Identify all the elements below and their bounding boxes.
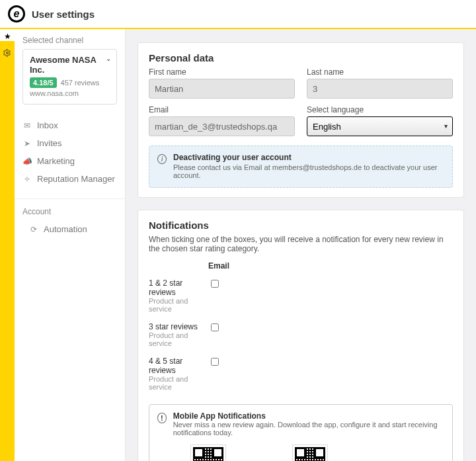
nav-label: Automation [44, 224, 87, 234]
main-content: Personal data First name Last name Email [126, 29, 476, 461]
exclamation-icon: ! [157, 413, 167, 423]
review-count: 457 reviews [61, 79, 100, 87]
nav-label: Reputation Manager [37, 174, 115, 184]
channel-name: Awesome NASA Inc. [30, 55, 110, 75]
mobile-title: Mobile App Notifications [173, 411, 444, 421]
personal-data-heading: Personal data [149, 52, 453, 63]
notif-3-email-checkbox[interactable] [211, 323, 219, 331]
notif-4-5-email-checkbox[interactable] [211, 358, 219, 366]
nav-automation[interactable]: ⟳ Automation [29, 220, 117, 238]
notif-row-title: 1 & 2 star reviews [149, 278, 208, 297]
chevron-down-icon[interactable]: ⌄ [106, 55, 111, 62]
gear-icon[interactable] [3, 49, 11, 57]
mobile-notifications-box: ! Mobile App Notifications Never miss a … [149, 404, 453, 461]
top-bar: e User settings [0, 0, 476, 29]
reputation-icon: ✧ [22, 175, 32, 184]
notif-col-email: Email [149, 261, 453, 271]
deactivate-text: Please contact us via Email at members@t… [173, 163, 444, 179]
deactivate-title: Deactivating your user account [173, 153, 444, 162]
language-label: Select language [307, 105, 453, 114]
notif-row-1-2: 1 & 2 star reviews Product and service [149, 276, 453, 319]
automation-icon: ⟳ [29, 225, 38, 234]
notifications-heading: Notifications [149, 220, 453, 231]
star-icon[interactable]: ★ [0, 29, 15, 41]
personal-data-card: Personal data First name Last name Email [138, 42, 464, 198]
app-store-col: Download on theApp Store [279, 444, 341, 461]
info-icon: i [157, 154, 167, 164]
rating-badge: 4.18/5 [30, 77, 57, 88]
notif-row-title: 3 star reviews [149, 322, 208, 331]
first-name-label: First name [149, 67, 295, 77]
channel-card[interactable]: Awesome NASA Inc. ⌄ 4.18/5 457 reviews w… [22, 49, 117, 105]
invites-icon: ➤ [22, 139, 32, 148]
page-title: User settings [32, 9, 95, 20]
divider [15, 198, 125, 199]
selected-channel-label: Selected channel [22, 36, 117, 45]
account-section-label: Account [22, 207, 117, 216]
google-play-qr [190, 444, 226, 461]
last-name-label: Last name [307, 67, 453, 77]
language-select[interactable]: English [307, 116, 453, 136]
google-play-col: GET IT ONGoogle Play [177, 444, 239, 461]
nav-label: Marketing [37, 156, 75, 166]
svg-point-0 [7, 52, 9, 54]
inbox-icon: ✉ [22, 121, 32, 130]
sidebar: Selected channel Awesome NASA Inc. ⌄ 4.1… [15, 29, 126, 461]
brand-logo: e [8, 5, 25, 22]
first-name-input[interactable] [149, 79, 295, 99]
channel-domain: www.nasa.com [30, 89, 110, 97]
notif-row-subtitle: Product and service [149, 297, 208, 313]
email-input[interactable] [149, 116, 295, 136]
left-rail: ★ ❯ [0, 29, 15, 461]
main-nav: ✉ Inbox ➤ Invites 📣 Marketing ✧ Reputati… [22, 116, 117, 188]
nav-label: Inbox [37, 120, 58, 130]
notifications-card: Notifications When ticking one of the bo… [138, 210, 464, 461]
nav-invites[interactable]: ➤ Invites [22, 134, 117, 152]
deactivate-info-box: i Deactivating your user account Please … [149, 146, 453, 188]
nav-marketing[interactable]: 📣 Marketing [22, 152, 117, 170]
notif-row-subtitle: Product and service [149, 375, 208, 391]
notifications-description: When ticking one of the boxes, you will … [149, 235, 453, 253]
mobile-text: Never miss a new review again. Download … [173, 421, 444, 437]
notif-row-subtitle: Product and service [149, 331, 208, 347]
notif-row-3: 3 star reviews Product and service [149, 319, 453, 354]
notif-row-4-5: 4 & 5 star reviews Product and service [149, 354, 453, 398]
app-store-qr [292, 444, 328, 461]
notif-row-title: 4 & 5 star reviews [149, 356, 208, 375]
nav-label: Invites [37, 138, 62, 148]
nav-inbox[interactable]: ✉ Inbox [22, 116, 117, 134]
last-name-input[interactable] [307, 79, 453, 99]
email-label: Email [149, 105, 295, 114]
megaphone-icon: 📣 [22, 157, 32, 166]
notif-1-2-email-checkbox[interactable] [211, 280, 219, 288]
nav-reputation-manager[interactable]: ✧ Reputation Manager [22, 170, 117, 188]
